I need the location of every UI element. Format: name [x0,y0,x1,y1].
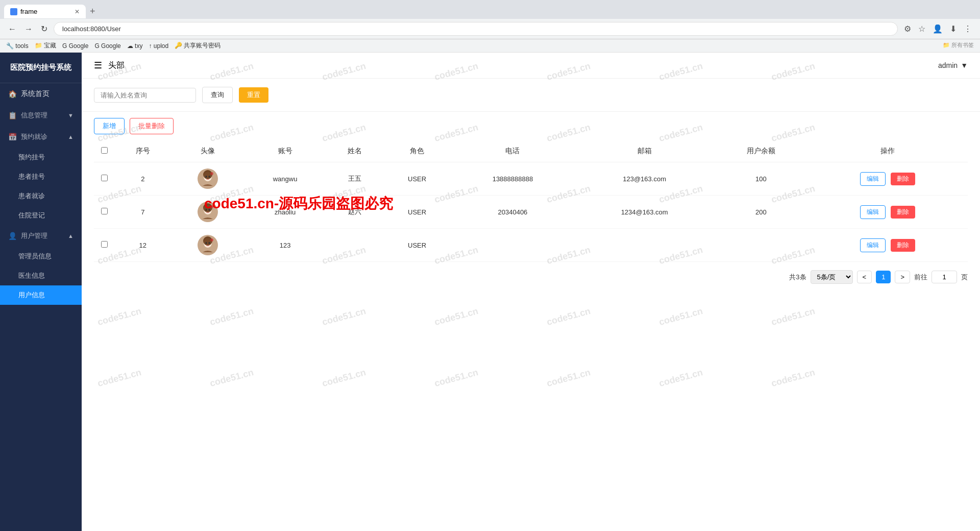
back-button[interactable]: ← [6,22,18,36]
extensions-button[interactable]: ⚙ [902,22,913,36]
browser-tab[interactable]: frame ✕ [4,5,86,18]
page-header-left: ☰ 头部 [94,60,125,71]
page-size-select[interactable]: 5条/页 10条/页 20条/页 [811,270,853,284]
sidebar-item-appoint-reg[interactable]: 预约挂号 [0,148,82,167]
sidebar-item-patient-visit[interactable]: 患者就诊 [0,186,82,206]
row-checkbox-cell [94,229,114,262]
sidebar-item-user-mgmt[interactable]: 👤 用户管理 ▲ [0,225,82,247]
row-account: 123 [244,229,327,262]
tab-favicon [10,8,17,15]
table-row: 12 123 USE [94,229,968,262]
sidebar-item-home[interactable]: 🏠 系统首页 [0,83,82,105]
page-title: 头部 [108,60,125,71]
search-input[interactable] [94,88,196,103]
user-table: 序号 头像 账号 姓名 角色 电话 邮箱 用户余额 操作 2 [94,140,968,262]
sidebar-item-patient-reg[interactable]: 患者挂号 [0,167,82,186]
th-email: 邮箱 [575,140,715,162]
bookmark-uplod[interactable]: ↑ uplod [149,41,168,50]
row-checkbox[interactable] [101,208,108,214]
all-bookmarks[interactable]: 📁 所有书签 [943,41,974,50]
profile-button[interactable]: 👤 [930,22,945,36]
download-button[interactable]: ⬇ [948,22,959,36]
hamburger-icon[interactable]: ☰ [94,60,102,71]
table-container: 序号 头像 账号 姓名 角色 电话 邮箱 用户余额 操作 2 [82,140,980,262]
row-phone: 13888888888 [451,162,574,196]
sidebar-item-user-info[interactable]: 用户信息 [0,285,82,305]
sidebar-label-admin-info: 管理员信息 [18,252,52,260]
sidebar-label-home: 系统首页 [21,89,50,99]
th-account: 账号 [244,140,327,162]
svg-point-12 [208,209,210,211]
refresh-button[interactable]: ↻ [39,22,50,36]
username-label: admin [938,61,958,69]
sidebar-item-doctor-info[interactable]: 医生信息 [0,266,82,285]
th-id: 序号 [114,140,172,162]
delete-button[interactable]: 删除 [891,239,915,252]
sidebar-logo: 医院预约挂号系统 [0,53,82,83]
sidebar-label-info: 信息管理 [21,111,47,120]
edit-button[interactable]: 编辑 [860,205,886,219]
row-id: 2 [114,162,172,196]
row-phone [451,229,574,262]
user-mgmt-chevron-icon: ▲ [68,233,74,239]
chevron-icon: ▼ [68,112,74,118]
sidebar-item-admin-info[interactable]: 管理员信息 [0,247,82,266]
row-name [326,229,383,262]
sidebar-item-info-mgmt[interactable]: 📋 信息管理 ▼ [0,105,82,126]
add-button[interactable]: 新增 [94,118,125,134]
action-toolbar: 新增 批量删除 [82,112,980,140]
th-avatar: 头像 [172,140,244,162]
main-content: ☰ 头部 admin ▼ 查询 重置 新增 批量删除 [82,53,980,531]
total-count: 共3条 [789,273,806,282]
bookmark-button[interactable]: ☆ [916,22,927,36]
user-mgmt-icon: 👤 [8,232,17,240]
row-account: wangwu [244,162,327,196]
page-header: ☰ 头部 admin ▼ [82,53,980,79]
th-phone: 电话 [451,140,574,162]
svg-point-20 [210,238,213,242]
sidebar-item-inpatient[interactable]: 住院登记 [0,206,82,225]
delete-button[interactable]: 删除 [891,173,915,185]
select-all-checkbox[interactable] [101,147,108,154]
row-checkbox[interactable] [101,241,108,248]
svg-point-11 [205,209,207,211]
current-page-button[interactable]: 1 [876,271,891,283]
row-email: 1234@163.com [575,196,715,229]
avatar [198,202,218,222]
bookmarks-bar: 🔧 tools 📁 宝藏 G Google G Google ☁ txy ↑ u… [0,39,980,53]
bookmark-google1[interactable]: G Google [62,41,88,50]
edit-button[interactable]: 编辑 [860,172,886,186]
reset-button[interactable]: 重置 [239,87,268,103]
goto-input[interactable] [932,271,957,283]
prev-page-button[interactable]: < [857,271,872,283]
th-balance: 用户余额 [715,140,808,162]
sidebar-item-appoint[interactable]: 📅 预约就诊 ▲ [0,126,82,148]
th-role: 角色 [383,140,451,162]
batch-delete-button[interactable]: 批量删除 [130,118,174,134]
row-actions: 编辑 删除 [807,162,968,196]
next-page-button[interactable]: > [895,271,910,283]
th-name: 姓名 [326,140,383,162]
menu-button[interactable]: ⋮ [962,22,974,36]
row-phone: 20340406 [451,196,574,229]
tab-close-btn[interactable]: ✕ [75,8,80,15]
th-checkbox [94,140,114,162]
sidebar-label-inpatient: 住院登记 [18,211,45,219]
bookmark-txy[interactable]: ☁ txy [127,41,143,50]
bookmark-baozang[interactable]: 📁 宝藏 [35,41,56,50]
row-checkbox[interactable] [101,175,108,181]
forward-button[interactable]: → [22,22,35,36]
avatar [198,168,218,189]
row-email [575,229,715,262]
edit-button[interactable]: 编辑 [860,238,886,252]
query-button[interactable]: 查询 [202,87,233,103]
new-tab-button[interactable]: + [86,4,100,19]
bookmark-google2[interactable]: G Google [94,41,120,50]
home-icon: 🏠 [8,90,17,98]
bookmark-password[interactable]: 🔑 共享账号密码 [175,41,220,50]
bookmark-tools[interactable]: 🔧 tools [6,41,29,50]
user-info[interactable]: admin ▼ [938,61,968,69]
delete-button[interactable]: 删除 [891,206,915,219]
appoint-icon: 📅 [8,133,17,141]
address-bar[interactable] [54,22,898,36]
